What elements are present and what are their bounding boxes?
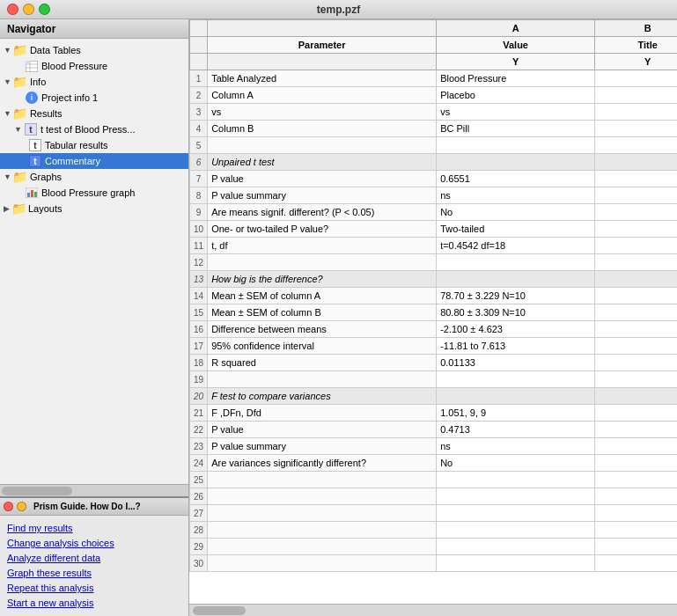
- sidebar-item-layouts[interactable]: ▶ 📁 Layouts: [0, 201, 188, 216]
- table-row: 11t, dft=0.4542 df=18: [190, 238, 678, 254]
- row-number: 15: [190, 304, 208, 321]
- title-cell: [595, 321, 677, 338]
- table-row: 14Mean ± SEM of column A78.70 ± 3.229 N=…: [190, 288, 678, 304]
- title-cell: [595, 522, 677, 539]
- sidebar-item-data-tables[interactable]: ▼ 📁 Data Tables: [0, 42, 188, 58]
- param-cell: P value summary: [208, 187, 437, 204]
- navigator-title: Navigator: [7, 23, 55, 35]
- main-layout: Navigator ▼ 📁 Data Tables: [0, 19, 677, 616]
- value-cell: [437, 388, 595, 405]
- folder-open-icon: 📁: [13, 75, 27, 89]
- sidebar-item-label: Info: [30, 77, 46, 87]
- sidebar-item-info[interactable]: ▼ 📁 Info: [0, 74, 188, 90]
- row-number: 7: [190, 171, 208, 187]
- title-cell: [595, 388, 677, 405]
- table-row: 4Column BBC Pill: [190, 121, 678, 137]
- param-cell: How big is the difference?: [208, 271, 437, 288]
- sidebar-item-results[interactable]: ▼ 📁 Results: [0, 106, 188, 121]
- param-cell: P value: [208, 422, 437, 438]
- value-cell: Two-tailed: [437, 221, 595, 238]
- row-number: 4: [190, 121, 208, 137]
- param-cell: Column B: [208, 121, 437, 137]
- sidebar-item-blood-pressure[interactable]: Blood Pressure: [0, 58, 188, 74]
- table-row: 8P value summaryns: [190, 187, 678, 204]
- title-cell: [595, 472, 677, 488]
- table-row: 13How big is the difference?: [190, 271, 678, 288]
- svg-rect-6: [27, 193, 30, 197]
- value-cell: Placebo: [437, 87, 595, 104]
- value-cell: [437, 472, 595, 488]
- sidebar-item-bp-graph[interactable]: Blood Pressure graph: [0, 185, 188, 201]
- table-row: 6Unpaired t test: [190, 154, 678, 171]
- close-button[interactable]: [7, 4, 18, 15]
- graph-results-link[interactable]: Graph these results: [7, 566, 181, 581]
- param-cell: 95% confidence interval: [208, 338, 437, 355]
- sidebar-item-commentary[interactable]: t Commentary: [0, 153, 188, 169]
- row-number: 21: [190, 405, 208, 422]
- table-row: 5: [190, 137, 678, 154]
- title-cell: [595, 488, 677, 505]
- value-cell: No: [437, 204, 595, 221]
- row-num-header: [190, 20, 208, 37]
- param-cell: P value summary: [208, 438, 437, 455]
- nav-horizontal-scrollbar[interactable]: [0, 484, 188, 496]
- new-analysis-link[interactable]: Start a new analysis: [7, 596, 181, 611]
- param-col-header: Parameter: [208, 37, 437, 54]
- row-number: 19: [190, 371, 208, 388]
- row-number: 17: [190, 338, 208, 355]
- sidebar-item-graphs[interactable]: ▼ 📁 Graphs: [0, 169, 188, 185]
- info-icon: i: [25, 91, 39, 105]
- title-cell: [595, 171, 677, 187]
- value-cell: [437, 371, 595, 388]
- param-cell: [208, 522, 437, 539]
- sidebar-item-label: Blood Pressure graph: [41, 187, 135, 198]
- param-cell: t, df: [208, 238, 437, 254]
- title-cell: [595, 438, 677, 455]
- find-results-link[interactable]: Find my results: [7, 521, 181, 536]
- scrollbar-thumb[interactable]: [2, 487, 72, 495]
- row-number: 30: [190, 555, 208, 572]
- value-cell: [437, 254, 595, 271]
- title-cell: [595, 371, 677, 388]
- value-cell: Blood Pressure: [437, 70, 595, 87]
- h-scrollbar-thumb[interactable]: [193, 606, 246, 615]
- right-panel: A B Parameter Value Title Y: [189, 19, 677, 616]
- param-cell: [208, 555, 437, 572]
- row-number: 22: [190, 422, 208, 438]
- results-table-container[interactable]: A B Parameter Value Title Y: [189, 19, 677, 604]
- value-cell: [437, 539, 595, 555]
- minimize-button[interactable]: [23, 4, 34, 15]
- svg-rect-7: [31, 190, 33, 197]
- value-cell: 0.01133: [437, 355, 595, 371]
- horizontal-scrollbar[interactable]: [189, 604, 677, 616]
- table-row: 18R squared0.01133: [190, 355, 678, 371]
- table-header-col-labels: A B: [190, 20, 678, 37]
- row-number: 10: [190, 221, 208, 238]
- analyze-different-link[interactable]: Analyze different data: [7, 551, 181, 566]
- guide-close-button[interactable]: [4, 502, 13, 511]
- sidebar-item-tabular-results[interactable]: t Tabular results: [0, 137, 188, 153]
- table-row: 22P value0.4713: [190, 422, 678, 438]
- value-cell: [437, 555, 595, 572]
- row-number: 9: [190, 204, 208, 221]
- change-analysis-link[interactable]: Change analysis choices: [7, 536, 181, 551]
- row-number: 8: [190, 187, 208, 204]
- guide-minimize-button[interactable]: [17, 502, 26, 511]
- repeat-analysis-link[interactable]: Repeat this analysis: [7, 581, 181, 596]
- expand-triangle: ▼: [4, 109, 11, 118]
- table-row: 1Table AnalyzedBlood Pressure: [190, 70, 678, 87]
- table-row: 9Are means signif. different? (P < 0.05)…: [190, 204, 678, 221]
- value-cell: 0.6551: [437, 171, 595, 187]
- value-cell: -2.100 ± 4.623: [437, 321, 595, 338]
- row-number: 6: [190, 154, 208, 171]
- param-cell: R squared: [208, 355, 437, 371]
- title-cell: [595, 154, 677, 171]
- table-row: 15Mean ± SEM of column B80.80 ± 3.309 N=…: [190, 304, 678, 321]
- title-cell: [595, 555, 677, 572]
- param-cell: [208, 539, 437, 555]
- sidebar-item-project-info[interactable]: i Project info 1: [0, 90, 188, 106]
- maximize-button[interactable]: [39, 4, 50, 15]
- folder-open-icon: 📁: [13, 106, 27, 121]
- sidebar-item-t-test[interactable]: ▼ t t test of Blood Press...: [0, 121, 188, 137]
- param-y: [208, 54, 437, 70]
